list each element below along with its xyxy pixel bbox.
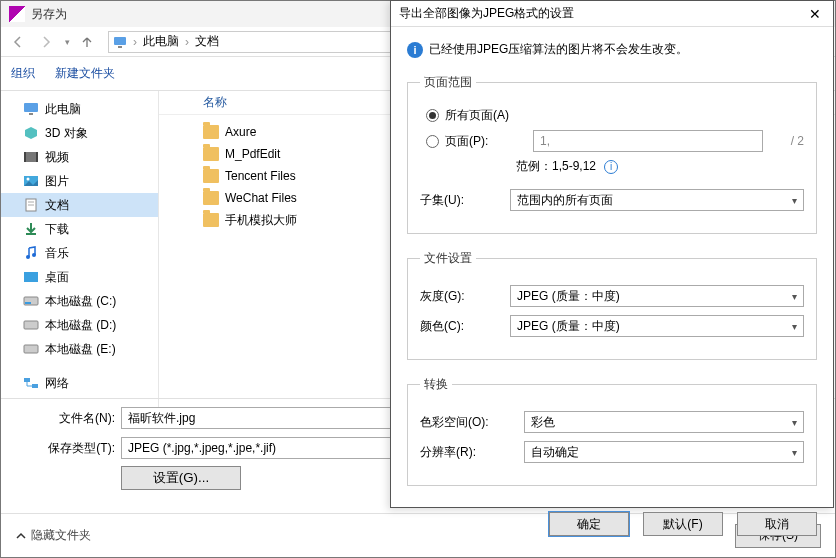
settings-button-row: 确定 默认(F) 取消 xyxy=(391,512,833,536)
svg-marker-4 xyxy=(25,127,37,139)
sidebar-item-disk-d[interactable]: 本地磁盘 (D:) xyxy=(1,313,158,337)
app-icon xyxy=(9,6,25,22)
folder-name: WeChat Files xyxy=(225,191,297,205)
download-icon xyxy=(23,221,39,237)
folder-icon xyxy=(203,147,219,161)
ok-button[interactable]: 确定 xyxy=(549,512,629,536)
arrow-up-icon xyxy=(80,35,94,49)
svg-rect-6 xyxy=(24,152,26,162)
sidebar-item-pictures[interactable]: 图片 xyxy=(1,169,158,193)
folder-icon xyxy=(203,125,219,139)
picture-icon xyxy=(23,173,39,189)
desktop-icon xyxy=(23,269,39,285)
sidebar-item-disk-e[interactable]: 本地磁盘 (E:) xyxy=(1,337,158,361)
radio-all-pages[interactable]: 所有页面(A) xyxy=(426,107,804,124)
chevron-down-icon: ▾ xyxy=(792,195,797,206)
chevron-down-icon: ▾ xyxy=(792,447,797,458)
chevron-down-icon: ▾ xyxy=(792,291,797,302)
monitor-icon xyxy=(23,101,39,117)
chevron-down-icon: ▾ xyxy=(792,417,797,428)
colorspace-value: 彩色 xyxy=(531,414,555,431)
sidebar-item-desktop[interactable]: 桌面 xyxy=(1,265,158,289)
hide-folders-label: 隐藏文件夹 xyxy=(31,527,91,544)
svg-point-14 xyxy=(26,255,30,259)
sidebar-item-label: 桌面 xyxy=(45,269,69,286)
disk-icon xyxy=(23,317,39,333)
folder-name: M_PdfEdit xyxy=(225,147,280,161)
filename-value: 福昕软件.jpg xyxy=(128,410,195,427)
filename-label: 文件名(N): xyxy=(1,410,121,427)
sidebar-item-label: 图片 xyxy=(45,173,69,190)
sidebar-item-disk-c[interactable]: 本地磁盘 (C:) xyxy=(1,289,158,313)
chevron-down-icon: ▾ xyxy=(792,321,797,332)
sidebar-item-label: 音乐 xyxy=(45,245,69,262)
folder-name: 手机模拟大师 xyxy=(225,212,297,229)
sidebar-item-label: 文档 xyxy=(45,197,69,214)
sidebar-item-documents[interactable]: 文档 xyxy=(1,193,158,217)
disk-icon xyxy=(23,293,39,309)
sidebar-item-label: 此电脑 xyxy=(45,101,81,118)
sidebar-item-downloads[interactable]: 下载 xyxy=(1,217,158,241)
sidebar-item-label: 本地磁盘 (D:) xyxy=(45,317,116,334)
network-icon xyxy=(23,375,39,391)
sidebar-item-videos[interactable]: 视频 xyxy=(1,145,158,169)
film-icon xyxy=(23,149,39,165)
sidebar-item-label: 网络 xyxy=(45,375,69,392)
sidebar: 此电脑 3D 对象 视频 图片 文档 下载 音乐 桌面 本地磁盘 (C:) 本地… xyxy=(1,91,159,417)
example-label: 范例：1,5-9,12 xyxy=(516,158,596,175)
folder-icon xyxy=(203,191,219,205)
export-settings-titlebar: 导出全部图像为JPEG格式的设置 ✕ xyxy=(391,1,833,27)
close-button[interactable]: ✕ xyxy=(805,4,825,24)
cancel-button[interactable]: 取消 xyxy=(737,512,817,536)
page-range-value: 1, xyxy=(540,134,550,148)
breadcrumb-folder[interactable]: 文档 xyxy=(195,33,219,50)
folder-name: Tencent Files xyxy=(225,169,296,183)
sidebar-item-label: 视频 xyxy=(45,149,69,166)
sidebar-item-network[interactable]: 网络 xyxy=(1,371,158,395)
color-label: 颜色(C): xyxy=(420,318,496,335)
filetype-value: JPEG (*.jpg,*.jpeg,*.jpe,*.jif) xyxy=(128,441,276,455)
svg-point-9 xyxy=(27,178,30,181)
info-text: 已经使用JPEG压缩算法的图片将不会发生改变。 xyxy=(429,41,688,58)
total-pages-label: / 2 xyxy=(781,134,804,148)
history-dropdown-icon[interactable]: ▾ xyxy=(63,37,70,47)
sidebar-item-3d[interactable]: 3D 对象 xyxy=(1,121,158,145)
color-value: JPEG (质量：中度) xyxy=(517,318,620,335)
radio-pages[interactable]: 页面(P): xyxy=(426,133,515,150)
cube-icon xyxy=(23,125,39,141)
colorspace-label: 色彩空间(O): xyxy=(420,414,510,431)
new-folder-button[interactable]: 新建文件夹 xyxy=(55,65,115,82)
settings-button[interactable]: 设置(G)... xyxy=(121,466,241,490)
svg-rect-2 xyxy=(24,103,38,112)
folder-name: Axure xyxy=(225,125,256,139)
sidebar-item-music[interactable]: 音乐 xyxy=(1,241,158,265)
svg-rect-7 xyxy=(36,152,38,162)
svg-rect-20 xyxy=(24,345,38,353)
page-range-input[interactable]: 1, xyxy=(533,130,763,152)
default-button[interactable]: 默认(F) xyxy=(643,512,723,536)
nav-forward-button[interactable] xyxy=(35,31,57,53)
svg-rect-22 xyxy=(32,384,38,388)
radio-icon xyxy=(426,109,439,122)
svg-point-15 xyxy=(32,253,36,257)
sidebar-item-this-pc[interactable]: 此电脑 xyxy=(1,97,158,121)
subset-select[interactable]: 范围内的所有页面 ▾ xyxy=(510,189,804,211)
organize-menu[interactable]: 组织 xyxy=(11,65,35,82)
sidebar-item-label: 本地磁盘 (C:) xyxy=(45,293,116,310)
arrow-right-icon xyxy=(39,35,53,49)
subset-label: 子集(U): xyxy=(420,192,496,209)
color-select[interactable]: JPEG (质量：中度) ▾ xyxy=(510,315,804,337)
transform-legend: 转换 xyxy=(420,376,452,393)
sidebar-item-label: 下载 xyxy=(45,221,69,238)
nav-back-button[interactable] xyxy=(7,31,29,53)
save-as-title: 另存为 xyxy=(31,6,67,23)
grayscale-select[interactable]: JPEG (质量：中度) ▾ xyxy=(510,285,804,307)
hide-folders-toggle[interactable]: 隐藏文件夹 xyxy=(15,527,91,544)
nav-up-button[interactable] xyxy=(76,31,98,53)
grayscale-label: 灰度(G): xyxy=(420,288,496,305)
breadcrumb-root[interactable]: 此电脑 xyxy=(143,33,179,50)
resolution-select[interactable]: 自动确定 ▾ xyxy=(524,441,804,463)
sidebar-item-label: 本地磁盘 (E:) xyxy=(45,341,116,358)
colorspace-select[interactable]: 彩色 ▾ xyxy=(524,411,804,433)
help-icon[interactable]: i xyxy=(604,160,618,174)
